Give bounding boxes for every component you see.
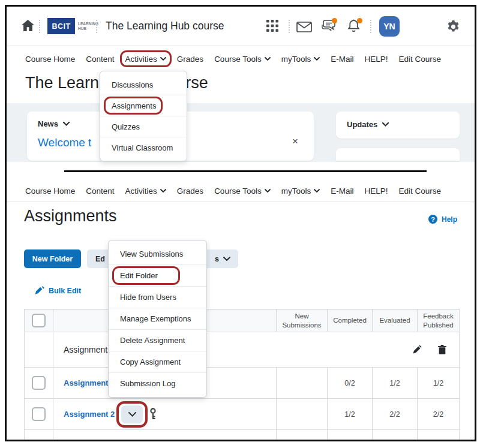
bcit-logo[interactable]: BCIT LEARNING HUB [47, 18, 98, 34]
menu-item-submission-log[interactable]: Submission Log [109, 372, 206, 394]
menu-item-edit-folder[interactable]: Edit Folder [109, 264, 206, 286]
chevron-down-icon [160, 189, 166, 193]
waffle-grid-icon[interactable] [266, 20, 278, 32]
nav-item-course-tools[interactable]: Course Tools [214, 187, 271, 196]
group-name: Assignments [64, 345, 112, 354]
row-checkbox-cell [25, 399, 53, 430]
row-checkbox[interactable] [32, 407, 46, 421]
assignments-page-title: Assignments [24, 207, 117, 225]
help-icon: ? [428, 215, 437, 224]
nav-item-course-tools[interactable]: Course Tools [214, 55, 271, 64]
menu-item-virtual-classroom[interactable]: Virtual Classroom [100, 137, 187, 158]
avatar[interactable]: YN [379, 16, 400, 37]
course-title: The Learning Hub course [106, 20, 224, 32]
chat-icon[interactable] [320, 19, 336, 34]
nav-item-email[interactable]: E-Mail [331, 187, 353, 196]
email-icon[interactable] [296, 22, 312, 32]
menu-item-quizzes[interactable]: Quizzes [100, 116, 187, 137]
chat-notification-dot [332, 18, 337, 23]
special-access-key-icon [149, 408, 157, 420]
updates-widget-title: Updates [347, 120, 377, 129]
bulk-edit-pencil-icon [34, 286, 44, 295]
navbar-divider [7, 202, 476, 202]
new-submissions-value [277, 399, 328, 430]
menu-item-hide-from-users[interactable]: Hide from Users [109, 286, 206, 308]
completed-value: 1/2 [328, 399, 373, 430]
menu-item-delete-assignment[interactable]: Delete Assignment [109, 329, 206, 351]
feedback-published-value: 1/2 [418, 368, 460, 399]
table-row-partial [53, 430, 277, 440]
nav-item-activities[interactable]: Activities [125, 55, 166, 64]
completed-value: 0/2 [328, 368, 373, 399]
assignment-1-link[interactable]: Assignment 1 [64, 378, 115, 387]
assignments-table: New Submissions Completed Evaluated Feed… [24, 309, 460, 440]
bulk-edit-link[interactable]: Bulk Edit [34, 286, 81, 295]
alerts-bell-icon[interactable] [346, 19, 361, 34]
table-row-name: Assignment 2 [53, 399, 277, 430]
nav-item-email[interactable]: E-Mail [331, 55, 353, 64]
column-header: Evaluated [373, 309, 418, 332]
section-separator-line [64, 170, 427, 172]
chevron-down-icon [265, 57, 271, 61]
menu-item-manage-exemptions[interactable]: Manage Exemptions [109, 308, 206, 329]
table-row-partial [418, 430, 460, 440]
menu-item-assignments[interactable]: Assignments [100, 95, 187, 116]
chevron-down-icon [314, 57, 320, 61]
news-headline-link[interactable]: Welcome t [38, 136, 91, 149]
bcit-logo-box: BCIT [47, 18, 75, 34]
menu-item-discussions[interactable]: Discussions [100, 74, 187, 95]
nav-item-help[interactable]: HELP! [364, 55, 388, 64]
row-checkbox-cell [25, 368, 53, 399]
home-icon[interactable] [22, 20, 34, 31]
nav-item-grades[interactable]: Grades [177, 55, 203, 64]
chevron-down-icon [314, 189, 320, 193]
new-folder-button[interactable]: New Folder [24, 249, 81, 268]
chevron-down-icon[interactable] [382, 122, 389, 127]
nav-item-content[interactable]: Content [86, 55, 114, 64]
divider [289, 20, 290, 33]
table-row-partial [328, 430, 373, 440]
menu-item-view-submissions[interactable]: View Submissions [109, 243, 206, 264]
assignment-2-link[interactable]: Assignment 2 [64, 410, 115, 419]
select-all-checkbox[interactable] [32, 314, 46, 327]
chevron-down-icon [128, 412, 136, 417]
alerts-notification-dot [357, 18, 362, 23]
table-row-partial [25, 430, 53, 440]
menu-item-copy-assignment[interactable]: Copy Assignment [109, 351, 206, 372]
chevron-down-icon [160, 57, 166, 61]
nav-item-content[interactable]: Content [86, 187, 114, 196]
chevron-down-icon [223, 257, 230, 261]
evaluated-value: 1/2 [373, 368, 418, 399]
nav-item-course-home[interactable]: Course Home [25, 55, 75, 64]
help-link[interactable]: ? Help [428, 215, 457, 224]
updates-widget: Updates [336, 112, 460, 139]
activities-dropdown-menu: Discussions Assignments Quizzes Virtual … [100, 71, 187, 161]
nav-item-mytools[interactable]: myTools [281, 55, 320, 64]
row-checkbox[interactable] [32, 376, 46, 390]
divider [39, 20, 40, 33]
settings-gear-icon[interactable] [446, 19, 461, 34]
assignment-context-menu-button[interactable] [121, 405, 143, 423]
nav-item-edit-course[interactable]: Edit Course [398, 187, 441, 196]
course-navbar: Course Home Content Activities Grades Co… [25, 50, 441, 67]
bcit-logo-subtext: LEARNING HUB [78, 22, 98, 31]
nav-item-activities[interactable]: Activities [125, 187, 166, 196]
column-header: Completed [328, 309, 373, 332]
nav-item-course-home[interactable]: Course Home [25, 187, 75, 196]
nav-item-mytools[interactable]: myTools [281, 187, 320, 196]
delete-trash-icon[interactable] [438, 345, 446, 354]
column-header: New Submissions [277, 309, 328, 332]
screenshot-root: BCIT LEARNING HUB The Learning Hub cours… [0, 0, 483, 448]
table-row-partial [373, 430, 418, 440]
course-navbar-2: Course Home Content Activities Grades Co… [25, 182, 441, 199]
chevron-down-icon[interactable] [63, 122, 70, 126]
select-all-cell [25, 309, 53, 332]
nav-item-grades[interactable]: Grades [177, 187, 203, 196]
chevron-down-icon [265, 189, 271, 193]
close-icon[interactable]: × [292, 136, 298, 148]
divider [370, 20, 371, 33]
edit-pencil-icon[interactable] [412, 345, 422, 354]
nav-item-edit-course[interactable]: Edit Course [398, 55, 441, 64]
nav-item-help[interactable]: HELP! [364, 187, 388, 196]
partial-widget-card [336, 148, 460, 161]
